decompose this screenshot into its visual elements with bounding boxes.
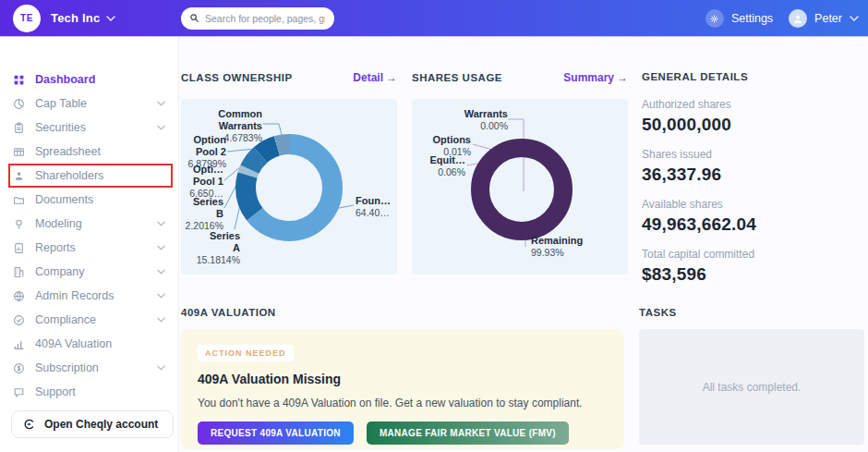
class-ownership-title: CLASS OWNERSHIP <box>181 72 293 83</box>
tasks-panel: All tasks completed. <box>639 329 864 445</box>
detail-authorized-shares: Authorized shares 50,000,000 <box>642 98 863 135</box>
sidebar-item-modeling[interactable]: Modeling <box>0 212 178 236</box>
donut-label-option-pool-1: Opti… Pool 1 6.650… <box>189 164 223 201</box>
person-icon <box>13 170 25 182</box>
sidebar-item-spreadsheet[interactable]: Spreadsheet <box>0 140 178 164</box>
chevron-down-icon <box>157 125 165 130</box>
report-chart-icon <box>13 242 25 254</box>
shares-usage-donut <box>412 99 628 275</box>
settings-button[interactable]: Settings <box>705 9 773 28</box>
chat-icon <box>13 386 25 398</box>
search-icon <box>189 13 199 23</box>
donut-label-remaining: Remaining 99.93% <box>531 235 583 260</box>
table-icon <box>13 146 25 158</box>
company-name: Tech Inc <box>51 11 100 25</box>
tasks-empty-message: All tasks completed. <box>703 381 802 394</box>
sidebar-item-securities[interactable]: Securities <box>0 116 178 140</box>
arrow-right-icon: → <box>617 71 628 84</box>
dollar-circle-icon <box>13 362 25 374</box>
shares-usage-header: SHARES USAGE Summary→ <box>412 71 628 84</box>
donut-label-founders: Foun… 64.40… <box>356 195 391 220</box>
valuation-heading: 409A Valuation Missing <box>198 372 608 386</box>
company-switcher[interactable]: Tech Inc <box>51 11 115 25</box>
donut-label-warrants: Warrants 0.00% <box>464 108 508 133</box>
bar-chart-icon <box>13 338 25 350</box>
chevron-down-icon <box>157 269 165 275</box>
sidebar-item-admin-records[interactable]: Admin Records <box>0 284 178 308</box>
dashboard-page: TE Tech Inc Settings <box>0 0 868 452</box>
user-avatar-icon <box>789 9 807 28</box>
top-navbar: TE Tech Inc Settings <box>0 0 868 37</box>
sidebar-item-support[interactable]: Support <box>0 380 178 404</box>
sidebar-item-company[interactable]: Company <box>0 260 178 284</box>
sidebar-item-dashboard[interactable]: Dashboard <box>0 67 178 92</box>
donut-label-series-b: Series B 2.2016% <box>186 196 223 233</box>
pie-chart-icon <box>13 98 25 110</box>
check-circle-icon <box>13 314 25 326</box>
chevron-down-icon <box>157 317 165 323</box>
search-input[interactable] <box>181 7 334 30</box>
navbar-right: Settings Peter <box>705 0 859 37</box>
user-name: Peter <box>814 12 842 25</box>
globe-icon <box>13 290 25 302</box>
tasks-title: TASKS <box>639 307 677 318</box>
chevron-down-icon <box>157 221 165 226</box>
detail-shares-issued: Shares issued 36,337.96 <box>642 148 863 185</box>
lightbulb-icon <box>13 218 25 230</box>
action-needed-badge: ACTION NEEDED <box>198 345 294 361</box>
donut-label-series-a: Series A 15.1814% <box>194 230 240 267</box>
arrow-right-icon: → <box>386 71 397 84</box>
valuation-header: 409A VALUATION <box>181 307 624 318</box>
sidebar-item-compliance[interactable]: Compliance <box>0 308 178 332</box>
sidebar-item-cap-table[interactable]: Cap Table <box>0 92 178 116</box>
clipboard-icon <box>13 122 25 134</box>
class-ownership-chart-panel: Common Warrants 4.6783% Option Pool 2 6.… <box>181 99 397 275</box>
shares-usage-title: SHARES USAGE <box>412 72 502 83</box>
sidebar-item-documents[interactable]: Documents <box>0 188 178 212</box>
manage-fmv-button[interactable]: MANAGE FAIR MARKET VALUE (FMV) <box>367 421 569 445</box>
chevron-down-icon <box>157 101 165 106</box>
chevron-down-icon <box>850 16 859 21</box>
chevron-down-icon <box>157 245 165 250</box>
company-avatar[interactable]: TE <box>13 5 41 32</box>
tasks-header: TASKS <box>639 307 864 318</box>
settings-label: Settings <box>731 12 773 25</box>
shares-usage-chart-panel: Warrants 0.00% Options 0.01% Equit… 0.06… <box>412 99 628 275</box>
cheqly-logo-icon <box>23 418 36 431</box>
open-cheqly-account-button[interactable]: Open Cheqly account <box>11 410 174 438</box>
sidebar-item-409a-valuation[interactable]: 409A Valuation <box>0 332 178 356</box>
shares-usage-summary-link[interactable]: Summary→ <box>563 71 628 84</box>
global-search <box>181 7 334 30</box>
sidebar-item-reports[interactable]: Reports <box>0 236 178 260</box>
general-details-panel: GENERAL DETAILS Authorized shares 50,000… <box>642 71 863 298</box>
sidebar-nav: Dashboard Cap Table Securities Spreadshe… <box>0 37 179 452</box>
sidebar-item-shareholders[interactable]: Shareholders <box>0 164 178 188</box>
detail-total-capital-committed: Total capital committed $83,596 <box>642 248 863 285</box>
donut-label-equity: Equit… 0.06% <box>430 154 466 179</box>
chevron-down-icon <box>157 365 165 371</box>
sidebar-item-subscription[interactable]: Subscription <box>0 356 178 380</box>
valuation-body-text: You don't have a 409A Valuation on file.… <box>198 397 608 409</box>
folder-icon <box>13 194 25 206</box>
valuation-title: 409A VALUATION <box>181 307 276 318</box>
building-icon <box>13 266 25 278</box>
detail-available-shares: Available shares 49,963,662.04 <box>642 198 863 235</box>
class-ownership-header: CLASS OWNERSHIP Detail→ <box>181 71 397 84</box>
gear-icon <box>705 9 724 28</box>
general-details-title: GENERAL DETAILS <box>642 71 863 82</box>
chevron-down-icon <box>106 16 115 21</box>
valuation-panel: ACTION NEEDED 409A Valuation Missing You… <box>181 329 624 449</box>
chevron-down-icon <box>157 293 165 299</box>
class-ownership-detail-link[interactable]: Detail→ <box>353 71 397 84</box>
dashboard-icon <box>13 74 25 86</box>
user-menu[interactable]: Peter <box>789 9 859 28</box>
request-409a-valuation-button[interactable]: REQUEST 409A VALUATION <box>198 421 354 445</box>
